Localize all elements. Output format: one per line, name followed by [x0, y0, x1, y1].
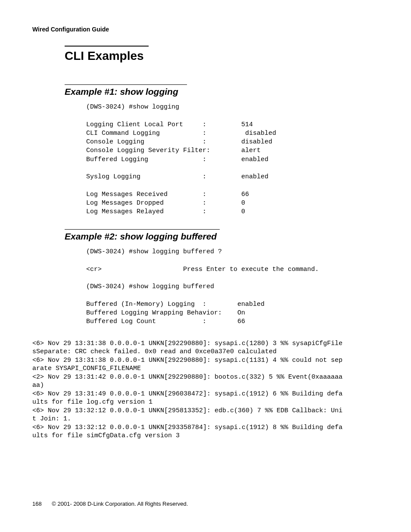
page-footer: 168 © 2001- 2008 D-Link Corporation. All… [32, 501, 188, 507]
section-rule-2 [65, 229, 220, 230]
example-1-content: (DWS-3024) #show logging Logging Client … [86, 103, 379, 216]
log-output: <6> Nov 29 13:31:38 0.0.0.0-1 UNKN[29229… [32, 339, 379, 440]
example-2-heading: Example #2: show logging buffered [65, 231, 379, 242]
page-number: 168 [32, 501, 42, 507]
running-header: Wired Configuration Guide [32, 26, 379, 33]
section-rule-1 [65, 84, 187, 85]
example-2-content: (DWS-3024) #show logging buffered ? <cr>… [86, 248, 379, 326]
copyright-text: © 2001- 2008 D-Link Corporation. All Rig… [52, 501, 188, 507]
document-page: Wired Configuration Guide CLI Examples E… [0, 0, 411, 457]
chapter-rule [65, 46, 149, 47]
chapter-heading: CLI Examples [65, 49, 379, 63]
example-1-heading: Example #1: show logging [65, 87, 379, 97]
